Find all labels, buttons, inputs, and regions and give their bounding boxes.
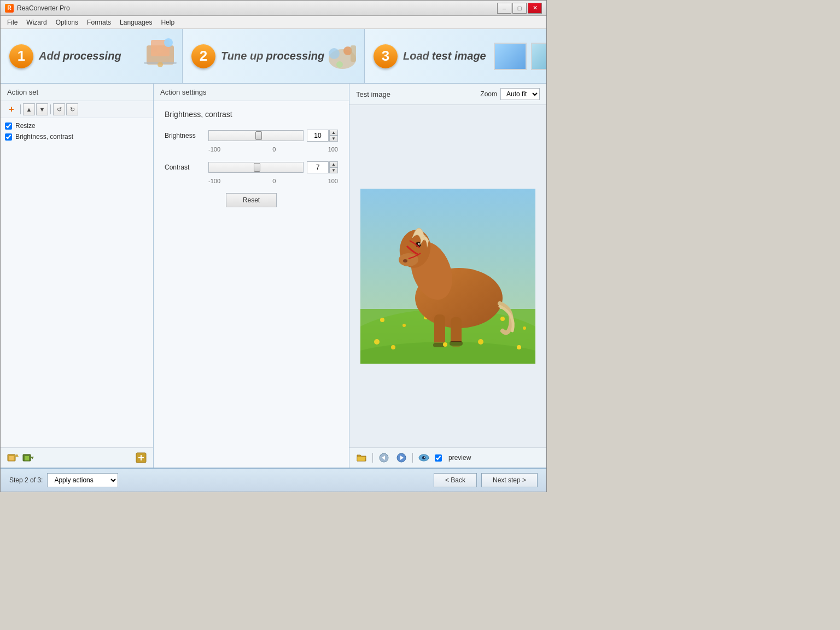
- prev-image-button[interactable]: [377, 451, 390, 464]
- next-image-button[interactable]: [395, 451, 408, 464]
- menu-options[interactable]: Options: [51, 18, 83, 27]
- maximize-button[interactable]: □: [512, 3, 527, 14]
- bottom-icon-group-left: [6, 451, 34, 464]
- action-item-resize[interactable]: Resize: [1, 120, 153, 131]
- contrast-value[interactable]: 7: [307, 161, 329, 173]
- panel-action-set: Action set + ▲ ▼ ↺ ↻ Resize Brightness, …: [1, 84, 154, 468]
- move-up-button[interactable]: ▲: [23, 103, 35, 115]
- eye-button[interactable]: [417, 451, 430, 464]
- import-icon[interactable]: [6, 451, 19, 464]
- toolbar-sep-1: [20, 104, 21, 114]
- svg-rect-14: [25, 456, 29, 460]
- svg-point-8: [336, 61, 343, 68]
- menu-file[interactable]: File: [3, 18, 22, 27]
- zoom-area: Zoom Auto fit 25% 50% 75% 100% 200%: [480, 88, 540, 100]
- action-toolbar: + ▲ ▼ ↺ ↻: [1, 101, 153, 118]
- panel-test-image: Test image Zoom Auto fit 25% 50% 75% 100…: [349, 84, 546, 468]
- step-2-label: Tune up processing: [221, 50, 324, 62]
- action-item-brightness[interactable]: Brightness, contrast: [1, 131, 153, 142]
- svg-point-41: [391, 345, 395, 349]
- action-item-resize-checkbox[interactable]: [5, 122, 12, 130]
- next-button[interactable]: Next step >: [481, 473, 538, 487]
- action-item-brightness-label: Brightness, contrast: [15, 133, 73, 141]
- action-item-resize-label: Resize: [15, 122, 36, 130]
- step-3-deco: [503, 29, 546, 83]
- step-dropdown: Apply actions: [47, 473, 118, 487]
- toolbar-sep-2: [50, 104, 51, 114]
- horse-image: [360, 189, 535, 364]
- step-1-circle: 1: [9, 44, 33, 68]
- action-settings-header: Action settings: [154, 84, 349, 101]
- action-select[interactable]: Apply actions: [47, 473, 118, 487]
- svg-point-22: [380, 318, 384, 322]
- window-title: ReaConverter Pro: [17, 4, 497, 12]
- export-icon[interactable]: [21, 451, 34, 464]
- menu-formats[interactable]: Formats: [83, 18, 115, 27]
- minimize-button[interactable]: –: [497, 3, 511, 14]
- contrast-down[interactable]: ▼: [329, 167, 338, 173]
- step-banner: 1 Add processing 2 Tune up processing: [1, 29, 546, 84]
- svg-point-51: [424, 457, 425, 458]
- reset-button[interactable]: Reset: [226, 193, 277, 207]
- panel-action-settings: Action settings Brightness, contrast Bri…: [154, 84, 349, 468]
- main-content: Action set + ▲ ▼ ↺ ↻ Resize Brightness, …: [1, 84, 546, 468]
- svg-point-23: [402, 324, 406, 327]
- contrast-slider[interactable]: [208, 162, 304, 173]
- svg-point-44: [517, 345, 521, 349]
- brightness-max: 100: [328, 146, 338, 153]
- step-1-label: Add processing: [39, 50, 121, 62]
- brightness-min: -100: [208, 146, 220, 153]
- brightness-slider[interactable]: [208, 130, 304, 141]
- preview-checkbox[interactable]: [435, 454, 442, 462]
- title-bar: R ReaConverter Pro – □ ✕: [1, 1, 546, 16]
- add-action-button[interactable]: +: [5, 103, 18, 115]
- action-item-brightness-checkbox[interactable]: [5, 133, 12, 141]
- svg-point-50: [422, 456, 425, 459]
- contrast-min: -100: [208, 178, 220, 184]
- brightness-spinner: ▲ ▼: [329, 130, 338, 142]
- svg-point-26: [500, 317, 505, 321]
- close-button[interactable]: ✕: [528, 3, 542, 14]
- redo-button[interactable]: ↻: [66, 103, 78, 115]
- brightness-down[interactable]: ▼: [329, 136, 338, 142]
- svg-point-42: [443, 342, 447, 347]
- svg-point-34: [418, 243, 420, 245]
- action-set-header: Action set: [1, 84, 153, 101]
- menu-languages[interactable]: Languages: [115, 18, 156, 27]
- svg-point-6: [329, 48, 340, 59]
- open-folder-button[interactable]: [355, 451, 368, 464]
- svg-point-43: [478, 339, 483, 345]
- contrast-up[interactable]: ▲: [329, 161, 338, 167]
- contrast-max: 100: [328, 178, 338, 184]
- image-sep-2: [412, 453, 413, 463]
- svg-rect-9: [351, 45, 356, 62]
- step-3-circle: 3: [374, 44, 398, 68]
- menu-help[interactable]: Help: [156, 18, 179, 27]
- back-button[interactable]: < Back: [434, 473, 477, 487]
- step-1-section: 1 Add processing: [1, 29, 183, 83]
- step-info: Step 2 of 3: Apply actions: [9, 473, 118, 487]
- test-image-label: Test image: [356, 90, 390, 98]
- zoom-label: Zoom: [480, 90, 497, 98]
- image-bottom-bar: preview: [349, 447, 546, 468]
- svg-marker-15: [31, 457, 34, 459]
- app-icon: R: [5, 4, 14, 13]
- contrast-thumb[interactable]: [254, 163, 260, 172]
- action-bottom-bar: [1, 447, 153, 468]
- step-3-label: Load test image: [403, 50, 486, 62]
- add-bottom-icon[interactable]: [135, 451, 148, 464]
- brightness-mid: 0: [272, 146, 276, 153]
- move-down-button[interactable]: ▼: [36, 103, 48, 115]
- zoom-select[interactable]: Auto fit 25% 50% 75% 100% 200%: [500, 88, 540, 100]
- menu-bar: File Wizard Options Formats Languages He…: [1, 16, 546, 29]
- brightness-up[interactable]: ▲: [329, 130, 338, 136]
- svg-rect-11: [9, 456, 14, 460]
- preview-label: preview: [448, 454, 471, 462]
- undo-button[interactable]: ↺: [53, 103, 65, 115]
- menu-wizard[interactable]: Wizard: [22, 18, 51, 27]
- main-window: R ReaConverter Pro – □ ✕ File Wizard Opt…: [0, 0, 547, 492]
- brightness-value[interactable]: 10: [307, 130, 329, 142]
- svg-point-2: [164, 38, 173, 47]
- brightness-thumb[interactable]: [255, 131, 262, 140]
- brightness-ticks: -100 0 100: [165, 145, 338, 153]
